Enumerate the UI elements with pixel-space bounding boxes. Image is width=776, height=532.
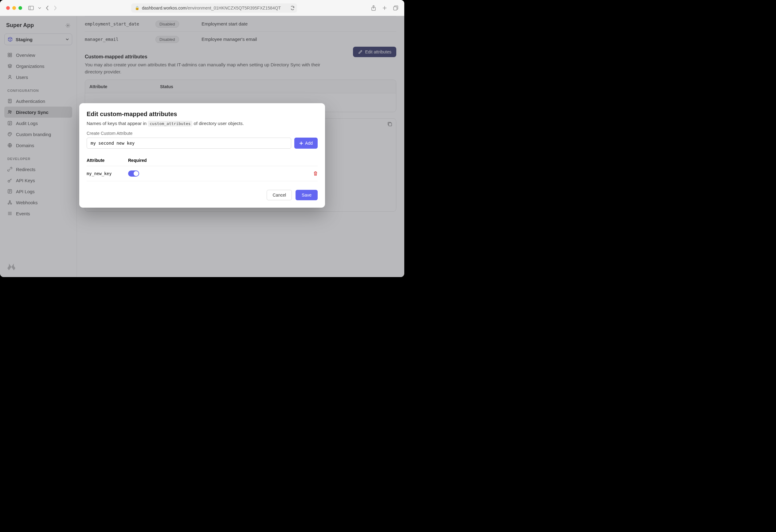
modal-header-attribute: Attribute (86, 158, 128, 163)
refresh-icon[interactable] (290, 6, 295, 10)
close-window-icon[interactable] (6, 6, 10, 10)
lock-icon: 🔒 (135, 6, 140, 10)
chevron-down-icon[interactable] (38, 7, 41, 9)
forward-button[interactable] (53, 5, 57, 11)
share-icon[interactable] (371, 5, 376, 11)
minimize-window-icon[interactable] (12, 6, 16, 10)
cancel-button[interactable]: Cancel (267, 190, 292, 200)
sidebar-toggle-icon[interactable] (28, 6, 34, 10)
save-button[interactable]: Save (296, 190, 318, 200)
modal-subtitle: Names of keys that appear in custom_attr… (86, 121, 318, 126)
new-tab-icon[interactable] (382, 6, 387, 10)
url-domain: dashboard.workos.com (142, 6, 186, 10)
table-row: my_new_key (86, 166, 318, 181)
url-bar[interactable]: 🔒 dashboard.workos.com/environment_01HKN… (61, 3, 367, 13)
modal-header-required: Required (128, 158, 147, 163)
traffic-lights (6, 6, 22, 10)
svg-rect-3 (394, 7, 397, 10)
required-toggle[interactable] (128, 170, 139, 177)
app-window: 🔒 dashboard.workos.com/environment_01HKN… (0, 0, 404, 277)
browser-titlebar: 🔒 dashboard.workos.com/environment_01HKN… (0, 0, 404, 16)
attribute-name: my_new_key (86, 171, 128, 176)
add-button[interactable]: Add (294, 138, 318, 149)
svg-rect-0 (29, 6, 33, 10)
plus-icon (299, 141, 303, 145)
tabs-overview-icon[interactable] (393, 6, 398, 10)
url-path: /environment_01HKNCZX5QT5R395FXZ1584QT (186, 6, 281, 10)
trash-icon[interactable] (313, 171, 318, 176)
edit-attributes-modal: Edit custom-mapped attributes Names of k… (79, 103, 325, 208)
maximize-window-icon[interactable] (18, 6, 22, 10)
back-button[interactable] (45, 5, 49, 11)
create-attribute-label: Create Custom Attribute (86, 131, 318, 136)
custom-attribute-input[interactable] (86, 138, 291, 149)
modal-title: Edit custom-mapped attributes (86, 111, 318, 118)
